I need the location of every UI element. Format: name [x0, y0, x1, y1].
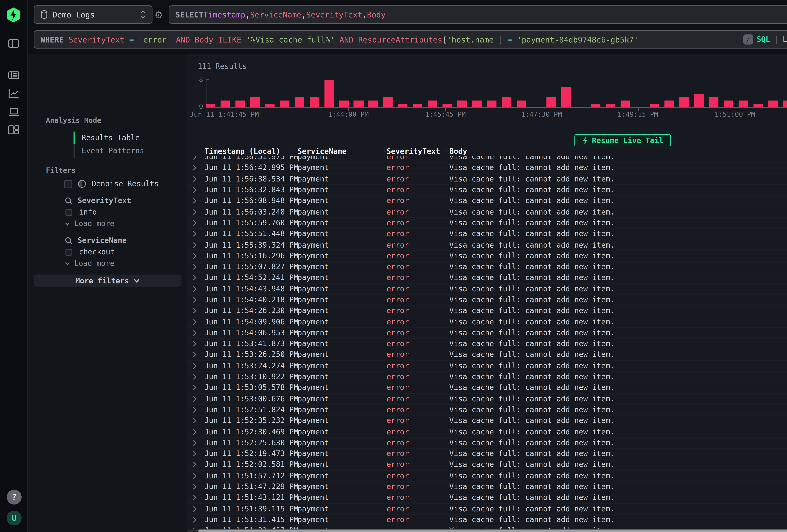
- row-expand-chevron-icon[interactable]: [192, 352, 204, 358]
- lang-lucene-option[interactable]: Lucene: [783, 35, 787, 44]
- table-row[interactable]: Jun 11 1:51:31.415 PM payment error Visa…: [188, 514, 787, 526]
- panel-toggle-icon[interactable]: [8, 38, 20, 49]
- histogram-bar[interactable]: [339, 101, 348, 107]
- table-row[interactable]: Jun 11 1:53:24.274 PM payment error Visa…: [188, 361, 787, 371]
- histogram-bar[interactable]: [235, 101, 245, 107]
- row-expand-chevron-icon[interactable]: [192, 341, 204, 347]
- row-expand-chevron-icon[interactable]: [192, 418, 204, 424]
- histogram-bar[interactable]: [398, 104, 408, 107]
- row-expand-chevron-icon[interactable]: [192, 275, 204, 281]
- horizontal-scrollbar-thumb[interactable]: [198, 529, 787, 532]
- app-logo-icon[interactable]: [6, 7, 21, 22]
- row-expand-chevron-icon[interactable]: [192, 319, 204, 325]
- row-expand-chevron-icon[interactable]: [192, 451, 204, 457]
- row-expand-chevron-icon[interactable]: [192, 462, 204, 468]
- load-more-severity[interactable]: Load more: [65, 219, 114, 228]
- table-row[interactable]: Jun 11 1:56:32.843 PM payment error Visa…: [188, 185, 787, 196]
- table-row[interactable]: Jun 11 1:54:09.906 PM payment error Visa…: [188, 317, 787, 328]
- histogram-bar[interactable]: [546, 97, 556, 107]
- row-expand-chevron-icon[interactable]: [192, 440, 204, 446]
- row-expand-chevron-icon[interactable]: [192, 220, 204, 226]
- histogram-bar[interactable]: [443, 104, 452, 107]
- col-body[interactable]: Body: [449, 147, 787, 155]
- row-expand-chevron-icon[interactable]: [192, 286, 204, 292]
- table-row[interactable]: Jun 11 1:56:51.975 PM payment error Visa…: [188, 156, 787, 163]
- histogram-bar[interactable]: [310, 97, 319, 107]
- histogram-bar[interactable]: [650, 104, 659, 107]
- row-expand-chevron-icon[interactable]: [192, 407, 204, 413]
- row-expand-chevron-icon[interactable]: [192, 385, 204, 391]
- row-expand-chevron-icon[interactable]: [192, 308, 204, 314]
- row-expand-chevron-icon[interactable]: [192, 209, 204, 215]
- histogram-bar[interactable]: [472, 101, 482, 107]
- table-row[interactable]: Jun 11 1:56:38.534 PM payment error Visa…: [188, 174, 787, 185]
- horizontal-scrollbar[interactable]: [188, 529, 787, 532]
- histogram-bar[interactable]: [369, 101, 378, 107]
- table-row[interactable]: Jun 11 1:56:03.248 PM payment error Visa…: [188, 207, 787, 218]
- row-expand-chevron-icon[interactable]: [192, 198, 204, 204]
- table-row[interactable]: Jun 11 1:52:51.824 PM payment error Visa…: [188, 405, 787, 416]
- filter-option-label[interactable]: info: [79, 208, 97, 217]
- histogram-bar[interactable]: [605, 104, 615, 107]
- row-expand-chevron-icon[interactable]: [192, 187, 204, 193]
- row-expand-chevron-icon[interactable]: [192, 484, 204, 490]
- dashboards-icon[interactable]: [8, 124, 20, 136]
- row-expand-chevron-icon[interactable]: [192, 374, 204, 380]
- row-expand-chevron-icon[interactable]: [192, 264, 204, 270]
- source-select[interactable]: Demo Logs: [34, 5, 152, 24]
- user-avatar[interactable]: U: [7, 511, 22, 525]
- denoise-checkbox[interactable]: [64, 180, 72, 188]
- histogram-bar[interactable]: [220, 101, 230, 107]
- table-row[interactable]: Jun 11 1:55:39.324 PM payment error Visa…: [188, 240, 787, 251]
- checkout-checkbox[interactable]: [65, 249, 72, 255]
- column-resize-handle[interactable]: ⋮: [444, 146, 450, 152]
- table-row[interactable]: Jun 11 1:55:51.448 PM payment error Visa…: [188, 229, 787, 240]
- table-row[interactable]: Jun 11 1:51:43.121 PM payment error Visa…: [188, 492, 787, 504]
- histogram-bar[interactable]: [206, 104, 215, 107]
- row-expand-chevron-icon[interactable]: [192, 473, 204, 479]
- table-row[interactable]: Jun 11 1:51:57.712 PM payment error Visa…: [188, 471, 787, 482]
- tab-results-table[interactable]: Results Table: [82, 134, 140, 143]
- row-expand-chevron-icon[interactable]: [192, 495, 204, 501]
- source-settings-gear-icon[interactable]: ⚙: [154, 5, 163, 24]
- resume-live-tail-button[interactable]: Resume Live Tail: [574, 134, 671, 147]
- row-expand-chevron-icon[interactable]: [192, 156, 204, 160]
- info-checkbox[interactable]: [65, 209, 72, 215]
- row-expand-chevron-icon[interactable]: [192, 231, 204, 237]
- histogram-bar[interactable]: [561, 87, 571, 107]
- histogram-bar[interactable]: [724, 101, 733, 107]
- load-more-service[interactable]: Load more: [65, 259, 114, 268]
- histogram-bar[interactable]: [250, 97, 259, 107]
- row-expand-chevron-icon[interactable]: [192, 506, 204, 512]
- search-icon[interactable]: [65, 236, 73, 244]
- row-expand-chevron-icon[interactable]: [192, 517, 204, 523]
- row-expand-chevron-icon[interactable]: [192, 176, 204, 182]
- histogram-bar[interactable]: [295, 97, 304, 107]
- search-icon[interactable]: [65, 197, 73, 205]
- table-row[interactable]: Jun 11 1:55:07.827 PM payment error Visa…: [188, 262, 787, 273]
- table-row[interactable]: Jun 11 1:52:19.473 PM payment error Visa…: [188, 449, 787, 460]
- table-row[interactable]: Jun 11 1:53:00.676 PM payment error Visa…: [188, 393, 787, 405]
- row-expand-chevron-icon[interactable]: [192, 396, 204, 402]
- row-expand-chevron-icon[interactable]: [192, 363, 204, 369]
- where-query-input[interactable]: WHERE SeverityText = 'error' AND Body IL…: [34, 30, 787, 49]
- histogram-bar[interactable]: [354, 101, 363, 107]
- tab-event-patterns[interactable]: Event Patterns: [82, 146, 144, 155]
- logs-search-icon[interactable]: [8, 69, 20, 81]
- table-row[interactable]: Jun 11 1:51:39.115 PM payment error Visa…: [188, 504, 787, 514]
- table-row[interactable]: Jun 11 1:55:16.296 PM payment error Visa…: [188, 251, 787, 262]
- histogram-bar[interactable]: [487, 101, 496, 107]
- row-expand-chevron-icon[interactable]: [192, 528, 204, 529]
- row-expand-chevron-icon[interactable]: [192, 297, 204, 303]
- histogram-bar[interactable]: [502, 97, 511, 107]
- table-row[interactable]: Jun 11 1:52:30.469 PM payment error Visa…: [188, 427, 787, 438]
- histogram-bar[interactable]: [280, 101, 289, 107]
- histogram-bar[interactable]: [739, 101, 748, 107]
- table-row[interactable]: Jun 11 1:52:35.232 PM payment error Visa…: [188, 416, 787, 427]
- filter-option-label[interactable]: checkout: [79, 248, 114, 256]
- table-row[interactable]: Jun 11 1:56:08.948 PM payment error Visa…: [188, 196, 787, 207]
- table-row[interactable]: Jun 11 1:52:02.581 PM payment error Visa…: [188, 460, 787, 471]
- col-servicename[interactable]: ServiceName: [297, 147, 387, 155]
- histogram-bar[interactable]: [694, 94, 704, 107]
- table-row[interactable]: Jun 11 1:53:41.873 PM payment error Visa…: [188, 339, 787, 350]
